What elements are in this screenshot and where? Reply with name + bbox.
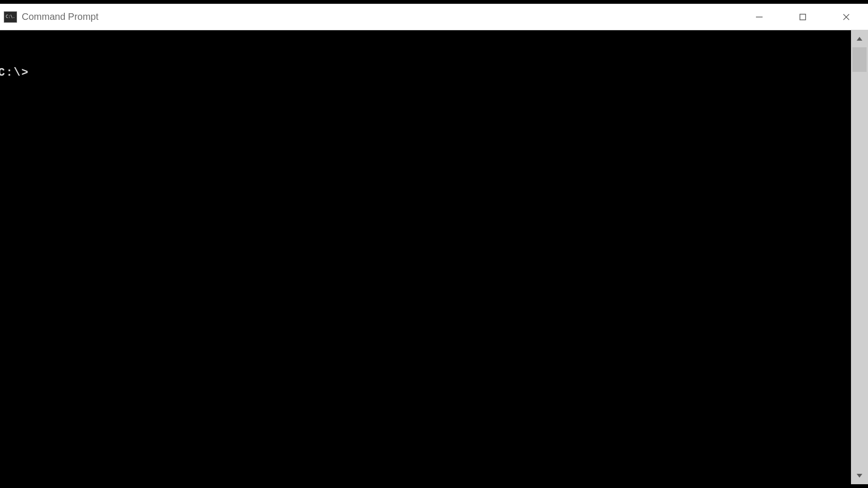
terminal-output[interactable]: C:\>: [0, 30, 851, 484]
window-title: Command Prompt: [22, 11, 98, 22]
titlebar[interactable]: C:\. Command Prompt: [0, 4, 868, 30]
maximize-icon: [799, 13, 807, 21]
window-controls: [738, 4, 868, 30]
minimize-button[interactable]: [738, 4, 781, 30]
letterbox-bottom: [0, 484, 868, 488]
minimize-icon: [755, 13, 763, 21]
chevron-up-icon: [856, 35, 863, 42]
svg-marker-4: [857, 37, 862, 41]
close-button[interactable]: [825, 4, 868, 30]
svg-marker-5: [857, 474, 862, 478]
titlebar-left: C:\. Command Prompt: [0, 11, 98, 23]
prompt-line: C:\>: [0, 66, 851, 79]
client-area: C:\>: [0, 30, 868, 484]
scroll-track[interactable]: [851, 47, 868, 467]
cmd-app-icon: C:\.: [4, 11, 17, 23]
scroll-thumb[interactable]: [852, 47, 867, 72]
scroll-down-button[interactable]: [851, 467, 868, 484]
scroll-up-button[interactable]: [851, 30, 868, 47]
maximize-button[interactable]: [781, 4, 825, 30]
letterbox-top: [0, 0, 868, 4]
close-icon: [842, 13, 850, 21]
command-prompt-window: C:\. Command Prompt C:\>: [0, 4, 868, 484]
cmd-app-icon-glyph: C:\.: [6, 15, 15, 19]
svg-rect-1: [800, 14, 806, 20]
vertical-scrollbar[interactable]: [851, 30, 868, 484]
chevron-down-icon: [856, 472, 863, 479]
